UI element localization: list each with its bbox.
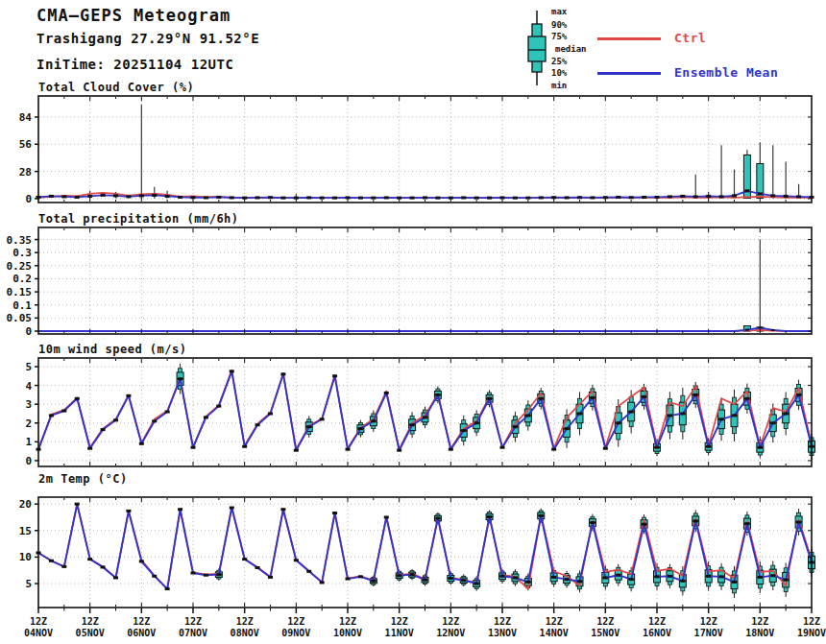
svg-text:84: 84 [19,111,33,124]
svg-text:0.05: 0.05 [7,312,33,324]
svg-text:15NOV: 15NOV [591,628,620,638]
panel-title-cloud-cover: Total Cloud Cover (%) [38,81,194,94]
legend-box-label-median: median [555,44,587,54]
svg-text:12Z: 12Z [236,616,254,627]
svg-text:14NOV: 14NOV [540,628,569,638]
svg-text:0.25: 0.25 [7,260,33,273]
legend-box-label-10: 10% [551,68,567,78]
svg-text:0.2: 0.2 [12,273,32,285]
svg-text:12Z: 12Z [391,616,408,627]
svg-text:13NOV: 13NOV [488,628,517,638]
svg-text:12Z: 12Z [82,616,99,627]
svg-text:4: 4 [25,380,32,393]
svg-text:12Z: 12Z [803,616,820,627]
svg-text:11NOV: 11NOV [385,628,414,638]
svg-text:3: 3 [25,398,32,411]
svg-text:10: 10 [19,551,32,563]
svg-text:1: 1 [25,436,32,448]
legend-box-label-75: 75% [551,32,567,41]
svg-text:0.1: 0.1 [12,299,32,312]
legend-ctrl-label: Ctrl [674,31,706,45]
svg-text:12NOV: 12NOV [436,628,465,638]
svg-text:05NOV: 05NOV [76,628,105,638]
svg-text:0.35: 0.35 [7,234,33,247]
svg-text:12Z: 12Z [133,616,150,627]
svg-text:20: 20 [19,498,32,511]
svg-text:5: 5 [25,361,32,373]
boxplot-legend-icon [523,6,550,90]
svg-text:19NOV: 19NOV [797,628,826,638]
svg-text:0: 0 [25,193,32,205]
svg-text:12Z: 12Z [184,616,202,627]
legend-box-label-25: 25% [551,57,567,66]
legend-box-label-min: min [551,81,567,90]
legend-box-label-90: 90% [551,20,567,30]
svg-text:17NOV: 17NOV [694,628,723,638]
svg-text:12Z: 12Z [287,616,304,627]
svg-text:04NOV: 04NOV [24,628,53,638]
svg-text:12Z: 12Z [751,616,768,627]
svg-text:12Z: 12Z [442,616,459,627]
svg-text:07NOV: 07NOV [179,628,207,638]
svg-text:56: 56 [19,138,33,151]
page-title: CMA—GEPS Meteogram [36,6,231,25]
panel-title-temperature: 2m Temp (°C) [38,472,128,486]
panel-title-wind-speed: 10m wind speed (m/s) [38,343,187,356]
svg-text:08NOV: 08NOV [231,628,259,638]
svg-text:16NOV: 16NOV [643,628,671,638]
svg-text:12Z: 12Z [339,616,356,627]
svg-text:10NOV: 10NOV [333,628,362,638]
svg-text:28: 28 [19,166,32,179]
legend-ctrl-line [597,37,661,40]
panel-title-precipitation: Total precipitation (mm/6h) [38,212,239,226]
location-label: Trashigang 27.29°N 91.52°E [36,31,259,46]
initime-label: IniTime: 20251104 12UTC [36,57,233,72]
svg-text:12Z: 12Z [546,616,563,627]
svg-text:12Z: 12Z [494,616,511,627]
svg-text:12Z: 12Z [700,616,717,627]
svg-text:09NOV: 09NOV [281,628,310,638]
svg-text:15: 15 [19,525,32,537]
svg-text:18NOV: 18NOV [745,628,774,638]
meteogram-canvas: 028568400.050.10.150.20.250.30.350123455… [0,0,826,644]
svg-text:2: 2 [25,417,32,430]
svg-text:0: 0 [25,455,32,467]
svg-text:12Z: 12Z [648,616,666,627]
svg-text:0.3: 0.3 [12,247,32,259]
svg-text:0.15: 0.15 [7,286,33,298]
legend-mean-line [597,72,661,75]
svg-text:12Z: 12Z [30,616,47,627]
svg-text:06NOV: 06NOV [127,628,156,638]
meteogram-page: 028568400.050.10.150.20.250.30.350123455… [0,0,826,644]
svg-text:0: 0 [25,325,32,338]
svg-text:12Z: 12Z [596,616,614,627]
legend-box-label-max: max [551,7,567,16]
legend-mean-label: Ensemble Mean [674,65,778,80]
svg-text:5: 5 [25,578,32,590]
